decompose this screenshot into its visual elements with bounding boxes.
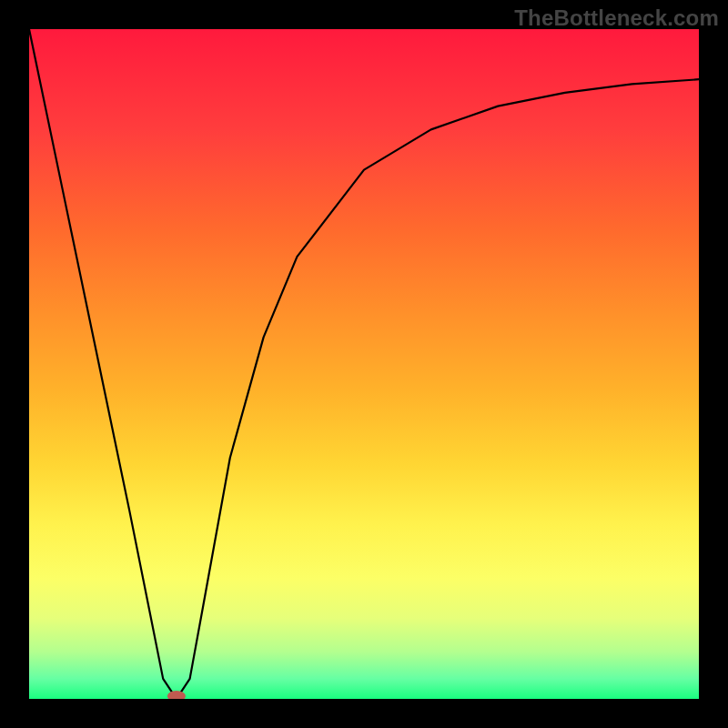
- curve-svg: [29, 29, 699, 699]
- plot-area: [29, 29, 699, 699]
- watermark-label: TheBottleneck.com: [514, 5, 719, 31]
- chart-frame: TheBottleneck.com: [0, 0, 728, 728]
- bottleneck-curve-path: [29, 29, 699, 699]
- minimum-marker: [167, 691, 186, 699]
